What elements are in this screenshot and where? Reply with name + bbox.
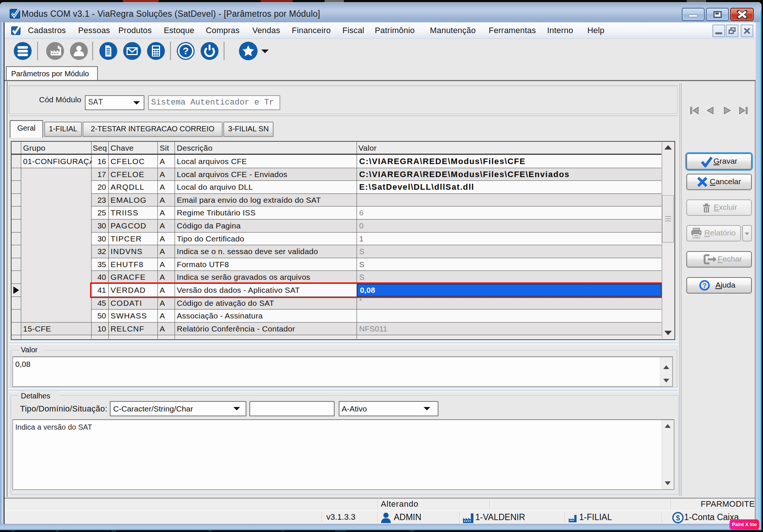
svg-text:?: ?	[703, 282, 707, 289]
svg-text:$: $	[676, 514, 680, 522]
svg-text:?: ?	[183, 45, 189, 57]
